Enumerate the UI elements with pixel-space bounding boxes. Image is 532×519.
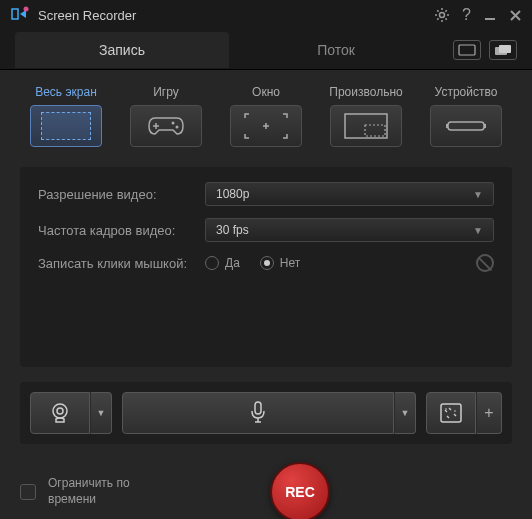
- mode-device[interactable]: Устройство: [420, 85, 512, 147]
- fullscreen-icon: [41, 112, 91, 140]
- mode-game-label: Игру: [153, 85, 179, 99]
- svg-rect-8: [345, 114, 387, 138]
- time-limit-label: Ограничить по времени: [48, 476, 158, 507]
- radio-yes-label: Да: [225, 256, 240, 270]
- settings-icon[interactable]: [434, 7, 450, 23]
- svg-point-1: [440, 13, 445, 18]
- microphone-button[interactable]: [122, 392, 394, 434]
- mode-window-label: Окно: [252, 85, 280, 99]
- svg-rect-5: [499, 45, 511, 53]
- gamepad-icon: [147, 114, 185, 138]
- svg-rect-11: [446, 124, 448, 128]
- resolution-label: Разрешение видео:: [38, 187, 193, 202]
- tab-record[interactable]: Запись: [15, 32, 229, 68]
- svg-rect-15: [255, 402, 261, 414]
- bottom-row: Ограничить по времени REC: [20, 462, 512, 519]
- tab-row: Запись Поток: [0, 30, 532, 70]
- microphone-icon: [249, 400, 267, 426]
- svg-rect-9: [365, 125, 385, 136]
- mode-custom-label: Произвольно: [329, 85, 402, 99]
- svg-point-14: [57, 408, 63, 414]
- svg-point-13: [53, 404, 67, 418]
- svg-rect-16: [441, 404, 461, 422]
- tab-stream[interactable]: Поток: [229, 32, 443, 68]
- clicks-radio-no[interactable]: Нет: [260, 256, 300, 270]
- svg-rect-10: [448, 122, 484, 130]
- mode-custom[interactable]: Произвольно: [320, 85, 412, 147]
- custom-area-icon: [343, 112, 389, 140]
- device-row: ▼ ▼ +: [20, 382, 512, 444]
- prohibit-icon: [476, 254, 494, 272]
- multi-window-icon[interactable]: [489, 40, 517, 60]
- chevron-down-icon: ▼: [473, 189, 483, 200]
- svg-rect-12: [484, 124, 486, 128]
- settings-panel: Разрешение видео: 1080p ▼ Частота кадров…: [20, 167, 512, 367]
- overlay-button[interactable]: [426, 392, 476, 434]
- app-logo-icon: [10, 5, 30, 25]
- svg-point-6: [172, 122, 175, 125]
- mode-fullscreen-label: Весь экран: [35, 85, 97, 99]
- webcam-button[interactable]: [30, 392, 90, 434]
- overlay-add-button[interactable]: +: [476, 392, 502, 434]
- app-title: Screen Recorder: [38, 8, 434, 23]
- chevron-down-icon: ▼: [473, 225, 483, 236]
- webcam-dropdown[interactable]: ▼: [90, 392, 112, 434]
- fps-select[interactable]: 30 fps ▼: [205, 218, 494, 242]
- help-icon[interactable]: ?: [462, 6, 471, 24]
- clicks-radio-yes[interactable]: Да: [205, 256, 240, 270]
- window-select-icon: [243, 112, 289, 140]
- mode-fullscreen[interactable]: Весь экран: [20, 85, 112, 147]
- titlebar: Screen Recorder ?: [0, 0, 532, 30]
- close-icon[interactable]: [509, 9, 522, 22]
- overlay-icon: [439, 402, 463, 424]
- content-area: Весь экран Игру Окно Произвольно Устройс…: [0, 70, 532, 519]
- device-icon: [444, 116, 488, 136]
- fps-label: Частота кадров видео:: [38, 223, 193, 238]
- svg-point-17: [445, 408, 447, 410]
- record-button[interactable]: REC: [270, 462, 330, 519]
- preview-mode-icon[interactable]: [453, 40, 481, 60]
- radio-no-label: Нет: [280, 256, 300, 270]
- svg-point-0: [24, 7, 29, 12]
- svg-rect-2: [485, 18, 495, 20]
- radio-circle-icon: [205, 256, 219, 270]
- mode-device-label: Устройство: [435, 85, 498, 99]
- svg-point-18: [454, 410, 456, 412]
- webcam-icon: [49, 402, 71, 424]
- svg-rect-3: [459, 45, 475, 55]
- time-limit-checkbox[interactable]: [20, 484, 36, 500]
- radio-circle-icon: [260, 256, 274, 270]
- mode-window[interactable]: Окно: [220, 85, 312, 147]
- mode-game[interactable]: Игру: [120, 85, 212, 147]
- fps-value: 30 fps: [216, 223, 249, 237]
- resolution-value: 1080p: [216, 187, 249, 201]
- svg-point-7: [176, 126, 179, 129]
- minimize-icon[interactable]: [483, 8, 497, 22]
- clicks-label: Записать клики мышкой:: [38, 256, 193, 271]
- resolution-select[interactable]: 1080p ▼: [205, 182, 494, 206]
- microphone-dropdown[interactable]: ▼: [394, 392, 416, 434]
- capture-mode-row: Весь экран Игру Окно Произвольно Устройс…: [20, 85, 512, 147]
